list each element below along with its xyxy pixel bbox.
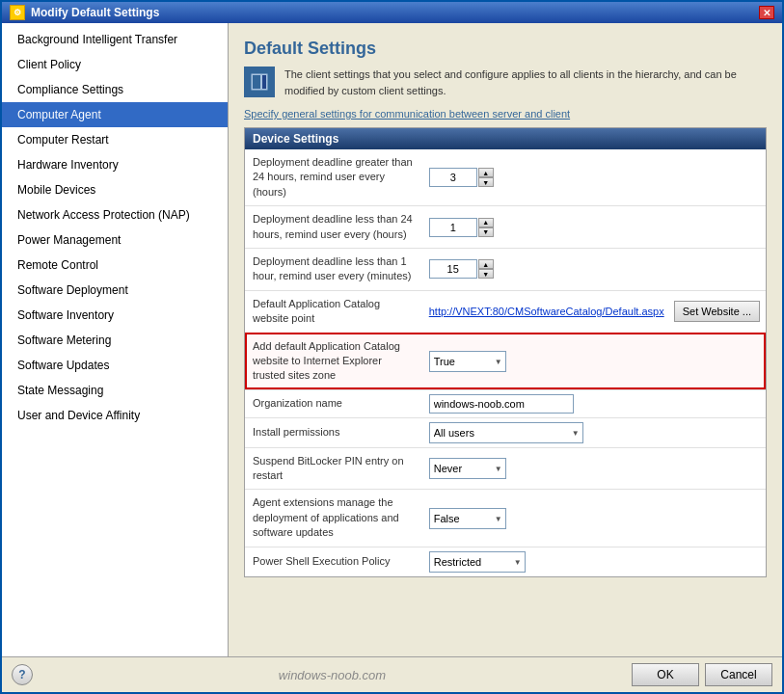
dropdown-install-permissions[interactable]: All usersOnly administratorsOnly adminis…	[429, 422, 583, 443]
settings-row-suspend-bitlocker: Suspend BitLocker PIN entry on restartNe…	[245, 447, 766, 490]
sidebar-item-computer-restart[interactable]: Computer Restart	[2, 127, 228, 152]
dropdown-suspend-bitlocker[interactable]: NeverAlwaysRequired	[429, 458, 506, 479]
settings-row-default-app-catalog-website: Default Application Catalog website poin…	[245, 290, 766, 333]
dropdown-container-suspend-bitlocker: NeverAlwaysRequired	[429, 458, 506, 479]
specify-text: Specify general settings for communicati…	[244, 108, 767, 120]
sidebar-item-network-access-protection[interactable]: Network Access Protection (NAP)	[2, 202, 228, 227]
settings-label-default-app-catalog-website: Default Application Catalog website poin…	[245, 290, 423, 333]
text-input-organization-name[interactable]	[429, 394, 574, 414]
sidebar-item-computer-agent[interactable]: Computer Agent	[2, 102, 228, 127]
main-content: Default Settings The client settings tha…	[229, 23, 782, 656]
spinbox-buttons-deployment-deadline-lt1hr: ▲▼	[478, 259, 494, 279]
ok-button[interactable]: OK	[632, 663, 699, 686]
dropdown-container-powershell-execution: RestrictedAllSignedBypassRemoteSignedUnr…	[429, 551, 526, 573]
sidebar-item-power-management[interactable]: Power Management	[2, 227, 228, 253]
help-button[interactable]: ?	[12, 664, 33, 685]
close-button[interactable]: ✕	[759, 6, 774, 19]
settings-label-agent-extensions: Agent extensions manage the deployment o…	[245, 490, 423, 547]
spinbox-down-deployment-deadline-gt24[interactable]: ▼	[478, 177, 494, 187]
spinbox-input-deployment-deadline-lt1hr[interactable]	[429, 259, 477, 279]
settings-row-powershell-execution: Power Shell Execution PolicyRestrictedAl…	[245, 547, 766, 576]
spinbox-buttons-deployment-deadline-lt24: ▲▼	[478, 218, 494, 237]
sidebar-item-software-metering[interactable]: Software Metering	[2, 328, 228, 353]
url-cell-default-app-catalog-website: http://VNEXT:80/CMSoftwareCatalog/Defaul…	[429, 301, 760, 322]
sidebar-item-software-deployment[interactable]: Software Deployment	[2, 278, 228, 303]
sidebar-item-software-updates[interactable]: Software Updates	[2, 353, 228, 378]
dropdown-agent-extensions[interactable]: FalseTrue	[429, 508, 506, 529]
dropdown-add-app-catalog-trusted[interactable]: TrueFalse	[429, 351, 506, 372]
sidebar-item-state-messaging[interactable]: State Messaging	[2, 378, 228, 403]
settings-row-agent-extensions: Agent extensions manage the deployment o…	[245, 490, 766, 547]
spinbox-input-deployment-deadline-gt24[interactable]	[429, 168, 477, 187]
settings-control-default-app-catalog-website: http://VNEXT:80/CMSoftwareCatalog/Defaul…	[423, 290, 766, 333]
settings-row-deployment-deadline-gt24: Deployment deadline greater than 24 hour…	[245, 149, 766, 206]
main-description: The client settings that you select and …	[244, 67, 767, 98]
sidebar-item-user-device-affinity[interactable]: User and Device Affinity	[2, 403, 228, 428]
sidebar-item-hardware-inventory[interactable]: Hardware Inventory	[2, 152, 228, 177]
svg-rect-2	[262, 75, 266, 89]
modify-default-settings-window: ⚙ Modify Default Settings ✕ Background I…	[0, 0, 784, 694]
sidebar-item-remote-control[interactable]: Remote Control	[2, 253, 228, 278]
dropdown-container-install-permissions: All usersOnly administratorsOnly adminis…	[429, 422, 583, 443]
device-settings-panel: Device Settings Deployment deadline grea…	[244, 127, 767, 577]
sidebar-item-client-policy[interactable]: Client Policy	[2, 52, 228, 77]
settings-control-deployment-deadline-gt24: ▲▼	[423, 149, 766, 206]
settings-control-agent-extensions: FalseTrue	[423, 490, 766, 547]
settings-row-install-permissions: Install permissionsAll usersOnly adminis…	[245, 417, 766, 447]
spinbox-down-deployment-deadline-lt1hr[interactable]: ▼	[478, 269, 494, 279]
settings-label-powershell-execution: Power Shell Execution Policy	[245, 547, 423, 576]
dropdown-container-agent-extensions: FalseTrue	[429, 508, 506, 529]
sidebar-item-mobile-devices[interactable]: Mobile Devices	[2, 177, 228, 202]
settings-control-deployment-deadline-lt24: ▲▼	[423, 206, 766, 249]
svg-rect-1	[253, 75, 260, 89]
spinbox-deployment-deadline-lt1hr: ▲▼	[429, 259, 760, 279]
cancel-button[interactable]: Cancel	[705, 663, 772, 686]
bottom-logo: windows-noob.com	[279, 668, 386, 682]
description-icon	[244, 67, 275, 97]
title-bar-left: ⚙ Modify Default Settings	[10, 5, 159, 20]
sidebar-item-software-inventory[interactable]: Software Inventory	[2, 303, 228, 328]
settings-control-deployment-deadline-lt1hr: ▲▼	[423, 248, 766, 290]
bottom-bar: ? windows-noob.com OK Cancel	[2, 656, 782, 692]
settings-control-powershell-execution: RestrictedAllSignedBypassRemoteSignedUnr…	[423, 547, 766, 576]
settings-label-organization-name: Organization name	[245, 389, 423, 417]
settings-control-suspend-bitlocker: NeverAlwaysRequired	[423, 447, 766, 490]
settings-label-deployment-deadline-lt1hr: Deployment deadline less than 1 hour, re…	[245, 248, 423, 290]
device-settings-header: Device Settings	[245, 128, 766, 149]
settings-control-add-app-catalog-trusted: TrueFalse	[423, 333, 766, 389]
url-link-default-app-catalog-website[interactable]: http://VNEXT:80/CMSoftwareCatalog/Defaul…	[429, 306, 664, 317]
spinbox-deployment-deadline-gt24: ▲▼	[429, 168, 760, 187]
settings-label-deployment-deadline-gt24: Deployment deadline greater than 24 hour…	[245, 149, 423, 206]
description-text: The client settings that you select and …	[284, 67, 767, 98]
window-body: Background Intelligent TransferClient Po…	[2, 23, 782, 692]
page-title: Default Settings	[244, 39, 767, 59]
set-website-button[interactable]: Set Website ...	[674, 301, 760, 322]
spinbox-up-deployment-deadline-lt24[interactable]: ▲	[478, 218, 494, 227]
settings-control-install-permissions: All usersOnly administratorsOnly adminis…	[423, 417, 766, 447]
spinbox-up-deployment-deadline-gt24[interactable]: ▲	[478, 168, 494, 177]
window-title: Modify Default Settings	[31, 6, 159, 19]
settings-control-organization-name	[423, 389, 766, 417]
bottom-buttons: OK Cancel	[632, 663, 772, 686]
settings-row-deployment-deadline-lt24: Deployment deadline less than 24 hours, …	[245, 206, 766, 249]
spinbox-buttons-deployment-deadline-gt24: ▲▼	[478, 168, 494, 187]
settings-table: Deployment deadline greater than 24 hour…	[245, 149, 766, 576]
settings-label-suspend-bitlocker: Suspend BitLocker PIN entry on restart	[245, 447, 423, 490]
sidebar-item-background-intelligent-transfer[interactable]: Background Intelligent Transfer	[2, 27, 228, 52]
sidebar-item-compliance-settings[interactable]: Compliance Settings	[2, 77, 228, 102]
window-icon: ⚙	[10, 5, 25, 20]
settings-row-organization-name: Organization name	[245, 389, 766, 417]
title-bar: ⚙ Modify Default Settings ✕	[2, 2, 782, 23]
content-area: Background Intelligent TransferClient Po…	[2, 23, 782, 656]
spinbox-input-deployment-deadline-lt24[interactable]	[429, 218, 477, 237]
settings-row-deployment-deadline-lt1hr: Deployment deadline less than 1 hour, re…	[245, 248, 766, 290]
settings-row-add-app-catalog-trusted: Add default Application Catalog website …	[245, 333, 766, 389]
spinbox-up-deployment-deadline-lt1hr[interactable]: ▲	[478, 259, 494, 269]
spinbox-deployment-deadline-lt24: ▲▼	[429, 218, 760, 237]
dropdown-container-add-app-catalog-trusted: TrueFalse	[429, 351, 506, 372]
spinbox-down-deployment-deadline-lt24[interactable]: ▼	[478, 227, 494, 237]
settings-label-deployment-deadline-lt24: Deployment deadline less than 24 hours, …	[245, 206, 423, 249]
settings-label-add-app-catalog-trusted: Add default Application Catalog website …	[245, 333, 423, 389]
settings-label-install-permissions: Install permissions	[245, 417, 423, 447]
dropdown-powershell-execution[interactable]: RestrictedAllSignedBypassRemoteSignedUnr…	[429, 551, 526, 573]
